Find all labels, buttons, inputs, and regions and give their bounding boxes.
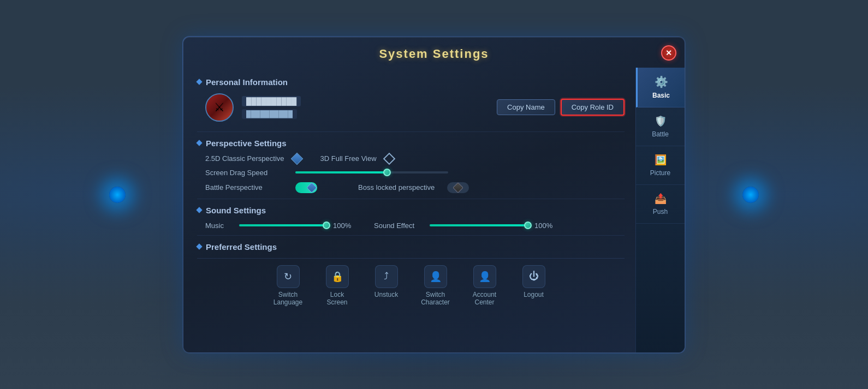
- logout-button[interactable]: ⏻ Logout: [518, 265, 550, 306]
- divider-2: [197, 199, 625, 199]
- drag-speed-row: Screen Drag Speed: [197, 169, 625, 177]
- preferred-title: Preferred Settings: [206, 242, 277, 252]
- lock-screen-button[interactable]: 🔒 LockScreen: [321, 265, 354, 306]
- account-center-button[interactable]: 👤 AccountCenter: [468, 265, 501, 306]
- drag-speed-slider[interactable]: [295, 171, 448, 173]
- copy-buttons-group: Copy Name Copy Role ID: [497, 99, 625, 116]
- lock-screen-icon-wrap: 🔒: [326, 265, 349, 288]
- logout-icon: ⏻: [529, 271, 539, 282]
- personal-info-row: ⚔ ██████████ ██████████ Copy Name Copy R…: [197, 93, 625, 122]
- personal-info-title: Personal Information: [206, 77, 288, 87]
- sound-section-header: Sound Settings: [197, 206, 625, 215]
- battle-perspective-toggle[interactable]: [295, 182, 317, 193]
- battle-perspective-label: Battle Perspective: [205, 183, 287, 191]
- perspective-section-header: Perspective Settings: [197, 139, 625, 148]
- sound-settings-row: Music 100% Sound Effect 100%: [197, 222, 625, 230]
- logout-label: Logout: [524, 291, 544, 298]
- perspective-3d-label: 3D Full Free View: [320, 154, 377, 163]
- switch-character-button[interactable]: 👤 SwitchCharacter: [419, 265, 452, 306]
- battle-settings-icon: 🛡️: [655, 115, 667, 127]
- close-icon: ✕: [665, 49, 672, 57]
- section-bullet: [196, 79, 202, 85]
- logout-icon-wrap: ⏻: [522, 265, 545, 288]
- sound-effect-pct-label: 100%: [534, 222, 556, 230]
- boss-locked-knob: [453, 182, 463, 193]
- switch-character-icon: 👤: [430, 271, 442, 283]
- player-avatar: ⚔: [205, 93, 234, 122]
- close-button[interactable]: ✕: [661, 45, 676, 61]
- sidebar: ⚙️ Basic 🛡️ Battle 🖼️ Picture 📤 Push: [635, 68, 685, 352]
- player-info-block: ██████████ ██████████: [242, 96, 489, 119]
- lock-screen-icon: 🔒: [331, 271, 343, 283]
- switch-language-button[interactable]: ↻ SwitchLanguage: [272, 265, 305, 306]
- music-group: Music 100%: [205, 222, 355, 230]
- sidebar-push-label: Push: [653, 208, 668, 216]
- sound-effect-label: Sound Effect: [374, 222, 423, 230]
- account-center-icon: 👤: [479, 271, 491, 283]
- switch-language-icon: ↻: [284, 271, 292, 283]
- section-bullet-3: [196, 207, 202, 213]
- switch-character-label: SwitchCharacter: [421, 291, 450, 306]
- boss-locked-toggle[interactable]: [447, 182, 469, 193]
- sidebar-basic-label: Basic: [652, 92, 670, 99]
- basic-settings-icon: ⚙️: [655, 75, 668, 88]
- sidebar-item-picture[interactable]: 🖼️ Picture: [636, 146, 685, 185]
- preferred-section-header: Preferred Settings: [197, 242, 625, 252]
- music-label: Music: [205, 222, 233, 230]
- divider-1: [197, 131, 625, 132]
- bottom-action-bar: ↻ SwitchLanguage 🔒 LockScreen ⤴: [197, 258, 625, 313]
- copy-name-button[interactable]: Copy Name: [497, 99, 555, 115]
- unstuck-button[interactable]: ⤴ Unstuck: [370, 265, 403, 306]
- main-content: Personal Information ⚔ ██████████ ██████…: [183, 68, 635, 352]
- sound-title: Sound Settings: [206, 206, 266, 215]
- perspective-diamond-outline-icon[interactable]: [383, 152, 395, 165]
- account-center-icon-wrap: 👤: [473, 265, 496, 288]
- battle-perspective-row: Battle Perspective Boss locked perspecti…: [197, 182, 625, 193]
- divider-3: [197, 235, 625, 236]
- push-settings-icon: 📤: [655, 193, 667, 205]
- sidebar-battle-label: Battle: [652, 130, 669, 138]
- sidebar-item-push[interactable]: 📤 Push: [636, 185, 685, 224]
- picture-settings-icon: 🖼️: [655, 154, 667, 166]
- switch-language-icon-wrap: ↻: [277, 265, 300, 288]
- switch-language-label: SwitchLanguage: [274, 291, 302, 306]
- switch-character-icon-wrap: 👤: [424, 265, 447, 288]
- player-id: ██████████: [242, 109, 297, 119]
- modal-overlay: System Settings ✕ Personal Information ⚔: [0, 0, 868, 389]
- sound-effect-slider[interactable]: [430, 224, 528, 226]
- battle-perspective-knob: [306, 182, 317, 193]
- unstuck-icon-wrap: ⤴: [375, 265, 398, 288]
- perspective-diamond-active-icon[interactable]: [290, 152, 303, 165]
- modal-title: System Settings: [379, 47, 489, 61]
- modal-body: Personal Information ⚔ ██████████ ██████…: [183, 68, 685, 352]
- sound-effect-group: Sound Effect 100%: [374, 222, 556, 230]
- drag-speed-label: Screen Drag Speed: [205, 169, 287, 177]
- copy-role-id-button[interactable]: Copy Role ID: [561, 99, 625, 116]
- perspective-title: Perspective Settings: [206, 139, 287, 148]
- sidebar-item-basic[interactable]: ⚙️ Basic: [636, 68, 685, 107]
- unstuck-icon: ⤴: [384, 271, 389, 282]
- perspective-options-row: 2.5D Classic Perspective 3D Full Free Vi…: [197, 154, 625, 163]
- sidebar-picture-label: Picture: [650, 169, 670, 177]
- account-center-label: AccountCenter: [473, 291, 496, 306]
- modal-title-bar: System Settings ✕: [183, 37, 685, 68]
- perspective-2d-label: 2.5D Classic Perspective: [205, 154, 284, 163]
- unstuck-label: Unstuck: [374, 291, 398, 298]
- music-pct-label: 100%: [333, 222, 355, 230]
- personal-info-section-header: Personal Information: [197, 77, 625, 87]
- music-slider[interactable]: [239, 224, 326, 226]
- player-name: ██████████: [242, 96, 301, 106]
- system-settings-modal: System Settings ✕ Personal Information ⚔: [183, 37, 685, 353]
- section-bullet-4: [196, 243, 202, 249]
- section-bullet-2: [196, 140, 202, 146]
- lock-screen-label: LockScreen: [326, 291, 347, 306]
- boss-locked-label: Boss locked perspective: [358, 183, 435, 191]
- sidebar-item-battle[interactable]: 🛡️ Battle: [636, 107, 685, 146]
